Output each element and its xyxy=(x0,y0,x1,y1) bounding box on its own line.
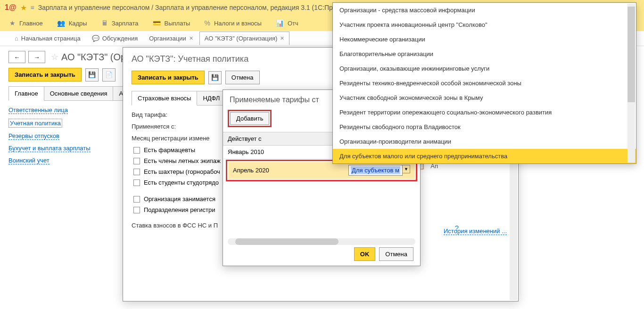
app-title: Зарплата и управление персоналом / Зарпл… xyxy=(38,4,340,11)
modal-cancel-button[interactable]: Отмена xyxy=(225,71,260,84)
add-button[interactable]: Добавить xyxy=(230,112,269,125)
chk-org-activity: Организация занимается xyxy=(144,195,215,203)
forward-button[interactable]: → xyxy=(28,51,45,63)
save-close-button[interactable]: Записать и закрыть xyxy=(8,68,82,81)
chk-subdivisions: Подразделения регистри xyxy=(144,206,215,213)
tab-discussions[interactable]: 💬Обсуждения xyxy=(87,32,143,45)
dropdown-item[interactable]: Некоммерческие организации xyxy=(333,32,636,47)
modal-save-close-button[interactable]: Записать и закрыть xyxy=(132,71,205,84)
print-icon[interactable]: 📄 xyxy=(102,68,116,81)
people-icon: 👥 xyxy=(57,19,65,27)
form-tab-main[interactable]: Главное xyxy=(8,86,44,101)
report-icon: 📊 xyxy=(276,19,284,27)
tab-home[interactable]: ⌂Начальная страница xyxy=(9,32,86,45)
link-responsible[interactable]: Ответственные лица xyxy=(8,106,68,114)
link-bookkeeping[interactable]: Бухучет и выплата зарплаты xyxy=(8,145,91,152)
tariff-dropdown: Организации - средства массовой информац… xyxy=(332,2,636,164)
link-military[interactable]: Воинский учет xyxy=(8,157,50,164)
dropdown-item[interactable]: Резидент территории опережающего социаль… xyxy=(333,105,636,120)
checkbox[interactable] xyxy=(133,147,140,154)
dropdown-item[interactable]: Резиденты свободного порта Владивосток xyxy=(333,120,636,134)
menu-reports[interactable]: 📊Отч xyxy=(276,19,298,27)
highlight-add: Добавить xyxy=(228,110,272,127)
home-icon: ⌂ xyxy=(15,35,18,42)
save-icon[interactable]: 💾 xyxy=(208,71,222,84)
dropdown-item[interactable]: Участник свободной экономической зоны в … xyxy=(333,90,636,105)
link-vacation-reserves[interactable]: Резервы отпусков xyxy=(8,132,59,140)
form-tab-details[interactable]: Основные сведения xyxy=(44,86,114,100)
star-icon: ★ xyxy=(9,19,16,27)
back-button[interactable]: ← xyxy=(8,51,25,63)
close-icon[interactable]: ✕ xyxy=(280,35,284,41)
chk-flight: Есть члены летных экипаж xyxy=(144,157,221,164)
percent-icon: % xyxy=(204,19,210,27)
menu-nalogi[interactable]: %Налоги и взносы xyxy=(204,19,262,27)
menu-main[interactable]: ★Главное xyxy=(9,19,43,27)
dropdown-item[interactable]: Организации, оказывающие инжиниринговые … xyxy=(333,61,636,76)
checkbox[interactable] xyxy=(133,196,140,203)
tariff-input[interactable]: Для субъектов м xyxy=(348,165,403,176)
scrollbar-vertical[interactable] xyxy=(627,4,635,163)
dropdown-item[interactable]: Участник проекта инновационный центр "Ск… xyxy=(333,17,636,32)
dropdown-item[interactable]: Организации-производители анимации xyxy=(333,134,636,149)
scrollbar-horizontal[interactable] xyxy=(228,238,415,245)
checkbox[interactable] xyxy=(133,207,140,213)
dropdown-button[interactable]: ▼ xyxy=(403,165,410,173)
chk-pharma: Есть фармацевты xyxy=(144,146,195,154)
ok-button[interactable]: OK xyxy=(354,247,376,261)
page-title: АО "КЭТЗ" (Ор xyxy=(61,52,126,63)
checkbox[interactable] xyxy=(133,179,140,186)
table-row-selected[interactable]: Апрель 2020 Для субъектов м ▼ xyxy=(228,162,415,179)
tab-orgs[interactable]: Организации✕ xyxy=(144,32,198,45)
chk-students: Есть студенты студотрядо xyxy=(144,179,219,186)
row-date: Апрель 2020 xyxy=(233,167,269,174)
star-icon: ★ xyxy=(20,3,27,12)
history-link[interactable]: История изменений ... xyxy=(444,228,507,235)
favorite-icon[interactable]: ☆ xyxy=(51,52,58,62)
menu-vyplaty[interactable]: 💳Выплаты xyxy=(153,19,190,27)
chat-icon: 💬 xyxy=(92,35,99,42)
dropdown-item[interactable]: Организации - средства массовой информац… xyxy=(333,3,636,17)
tab-ndfl[interactable]: НДФЛ xyxy=(197,91,226,105)
menu-zarplata[interactable]: 🖩Зарплата xyxy=(101,19,139,27)
calc-icon: 🖩 xyxy=(101,19,108,27)
wallet-icon: 💳 xyxy=(153,19,161,27)
menu-icon[interactable]: ≡ xyxy=(31,4,34,11)
save-icon[interactable]: 💾 xyxy=(85,68,99,81)
checkbox[interactable] xyxy=(133,158,140,164)
chk-miners: Есть шахтеры (горнорабоч xyxy=(144,168,220,175)
dropdown-item[interactable]: Резиденты технико-внедренческой особой э… xyxy=(333,76,636,90)
dropdown-item[interactable]: Благотворительные организации xyxy=(333,47,636,61)
checkbox[interactable] xyxy=(133,169,140,175)
logo-1c: 1@ xyxy=(5,3,17,12)
menu-kadry[interactable]: 👥Кадры xyxy=(57,19,87,27)
cancel-button[interactable]: Отмена xyxy=(379,247,413,261)
close-icon[interactable]: ✕ xyxy=(189,35,193,41)
tab-insurance[interactable]: Страховые взносы xyxy=(132,91,197,106)
tab-current-org[interactable]: АО "КЭТЗ" (Организация)✕ xyxy=(199,32,290,45)
link-accounting-policy[interactable]: Учетная политика xyxy=(8,119,62,128)
dropdown-item-selected[interactable]: Для субъектов малого или среднего предпр… xyxy=(333,149,636,163)
